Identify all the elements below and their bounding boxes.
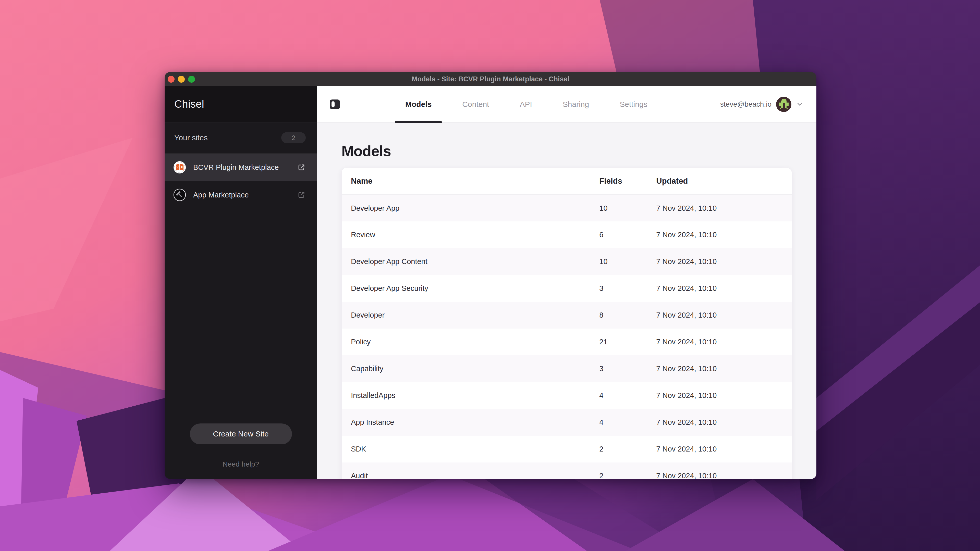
vr-book-site-icon: VR bbox=[173, 161, 186, 174]
sidebar-footer: Create New Site Need help? bbox=[165, 424, 317, 479]
column-header-updated: Updated bbox=[656, 168, 792, 195]
column-header-name: Name bbox=[342, 168, 599, 195]
table-row[interactable]: Capability37 Nov 2024, 10:10 bbox=[342, 355, 792, 382]
app-window: Models - Site: BCVR Plugin Marketplace -… bbox=[165, 72, 816, 479]
tab-bar: ModelsContentAPISharingSettings bbox=[395, 86, 658, 122]
main-panel: ModelsContentAPISharingSettings steve@be… bbox=[317, 86, 816, 479]
user-email: steve@beach.io bbox=[720, 100, 772, 108]
tab-sharing[interactable]: Sharing bbox=[552, 86, 599, 122]
need-help-link[interactable]: Need help? bbox=[223, 460, 259, 468]
column-header-fields: Fields bbox=[599, 168, 656, 195]
cell-updated: 7 Nov 2024, 10:10 bbox=[656, 382, 792, 409]
cell-name: Capability bbox=[342, 355, 599, 382]
table-row[interactable]: Policy217 Nov 2024, 10:10 bbox=[342, 329, 792, 355]
sidebar: Chisel Your sites 2 VRBCVR Plugin Market… bbox=[165, 86, 317, 479]
minimize-button[interactable] bbox=[178, 76, 185, 83]
cell-updated: 7 Nov 2024, 10:10 bbox=[656, 195, 792, 221]
panel-left-icon[interactable] bbox=[330, 100, 340, 109]
models-table: NameFieldsUpdated Developer App107 Nov 2… bbox=[342, 168, 792, 479]
cell-updated: 7 Nov 2024, 10:10 bbox=[656, 355, 792, 382]
tab-api[interactable]: API bbox=[509, 86, 542, 122]
chevron-down-icon bbox=[796, 100, 803, 108]
cell-fields: 4 bbox=[599, 382, 656, 409]
table-header-row: NameFieldsUpdated bbox=[342, 168, 792, 195]
cell-name: App Instance bbox=[342, 409, 599, 436]
cell-fields: 21 bbox=[599, 329, 656, 355]
cell-updated: 7 Nov 2024, 10:10 bbox=[656, 302, 792, 329]
zoom-button[interactable] bbox=[188, 76, 195, 83]
cell-updated: 7 Nov 2024, 10:10 bbox=[656, 275, 792, 302]
cell-updated: 7 Nov 2024, 10:10 bbox=[656, 436, 792, 462]
site-list: VRBCVR Plugin MarketplaceApp Marketplace bbox=[165, 154, 317, 209]
external-link-icon[interactable] bbox=[297, 191, 306, 199]
table-row[interactable]: Review67 Nov 2024, 10:10 bbox=[342, 221, 792, 248]
cell-fields: 10 bbox=[599, 195, 656, 221]
cell-updated: 7 Nov 2024, 10:10 bbox=[656, 462, 792, 479]
svg-text:R: R bbox=[181, 166, 183, 169]
cell-name: Developer bbox=[342, 302, 599, 329]
cell-updated: 7 Nov 2024, 10:10 bbox=[656, 248, 792, 275]
your-sites-header: Your sites 2 bbox=[165, 122, 317, 154]
page-title: Models bbox=[342, 142, 792, 159]
avatar-pixel-creature bbox=[776, 97, 791, 112]
cell-updated: 7 Nov 2024, 10:10 bbox=[656, 329, 792, 355]
cell-fields: 10 bbox=[599, 248, 656, 275]
cell-updated: 7 Nov 2024, 10:10 bbox=[656, 221, 792, 248]
table-row[interactable]: SDK27 Nov 2024, 10:10 bbox=[342, 436, 792, 462]
cell-fields: 2 bbox=[599, 462, 656, 479]
cell-fields: 3 bbox=[599, 355, 656, 382]
tab-content[interactable]: Content bbox=[452, 86, 499, 122]
window-body: Chisel Your sites 2 VRBCVR Plugin Market… bbox=[165, 86, 816, 479]
sidebar-site-row[interactable]: App Marketplace bbox=[165, 181, 317, 209]
table-row[interactable]: Developer App Security37 Nov 2024, 10:10 bbox=[342, 275, 792, 302]
user-menu[interactable]: steve@beach.io bbox=[720, 97, 803, 112]
cell-fields: 8 bbox=[599, 302, 656, 329]
create-new-site-button[interactable]: Create New Site bbox=[190, 424, 292, 445]
traffic-lights bbox=[168, 72, 195, 86]
cell-fields: 2 bbox=[599, 436, 656, 462]
models-table-card: NameFieldsUpdated Developer App107 Nov 2… bbox=[342, 168, 792, 479]
window-titlebar: Models - Site: BCVR Plugin Marketplace -… bbox=[165, 72, 816, 86]
cell-name: InstalledApps bbox=[342, 382, 599, 409]
cell-name: Developer App Security bbox=[342, 275, 599, 302]
tab-models[interactable]: Models bbox=[395, 86, 442, 122]
tab-settings[interactable]: Settings bbox=[609, 86, 657, 122]
window-title: Models - Site: BCVR Plugin Marketplace -… bbox=[412, 75, 570, 83]
cell-name: Policy bbox=[342, 329, 599, 355]
cell-name: SDK bbox=[342, 436, 599, 462]
cell-name: Developer App bbox=[342, 195, 599, 221]
table-row[interactable]: Developer App107 Nov 2024, 10:10 bbox=[342, 195, 792, 221]
cell-fields: 3 bbox=[599, 275, 656, 302]
table-row[interactable]: App Instance47 Nov 2024, 10:10 bbox=[342, 409, 792, 436]
hammer-site-icon bbox=[173, 189, 186, 201]
site-name: App Marketplace bbox=[193, 191, 290, 199]
table-row[interactable]: Developer App Content107 Nov 2024, 10:10 bbox=[342, 248, 792, 275]
top-nav-bar: ModelsContentAPISharingSettings steve@be… bbox=[317, 86, 816, 123]
sidebar-site-row[interactable]: VRBCVR Plugin Marketplace bbox=[165, 154, 317, 181]
table-row[interactable]: Developer87 Nov 2024, 10:10 bbox=[342, 302, 792, 329]
app-logo-title: Chisel bbox=[165, 86, 317, 122]
site-name: BCVR Plugin Marketplace bbox=[193, 163, 290, 171]
cell-fields: 4 bbox=[599, 409, 656, 436]
external-link-icon[interactable] bbox=[297, 163, 306, 171]
your-sites-label: Your sites bbox=[174, 133, 208, 142]
table-row[interactable]: Audit27 Nov 2024, 10:10 bbox=[342, 462, 792, 479]
cell-updated: 7 Nov 2024, 10:10 bbox=[656, 409, 792, 436]
cell-name: Review bbox=[342, 221, 599, 248]
cell-name: Audit bbox=[342, 462, 599, 479]
svg-text:V: V bbox=[177, 166, 179, 169]
sites-count-badge: 2 bbox=[281, 132, 306, 143]
cell-name: Developer App Content bbox=[342, 248, 599, 275]
table-body: Developer App107 Nov 2024, 10:10Review67… bbox=[342, 195, 792, 479]
page-content: Models NameFieldsUpdated Developer App10… bbox=[317, 123, 816, 479]
close-button[interactable] bbox=[168, 76, 175, 83]
table-row[interactable]: InstalledApps47 Nov 2024, 10:10 bbox=[342, 382, 792, 409]
cell-fields: 6 bbox=[599, 221, 656, 248]
